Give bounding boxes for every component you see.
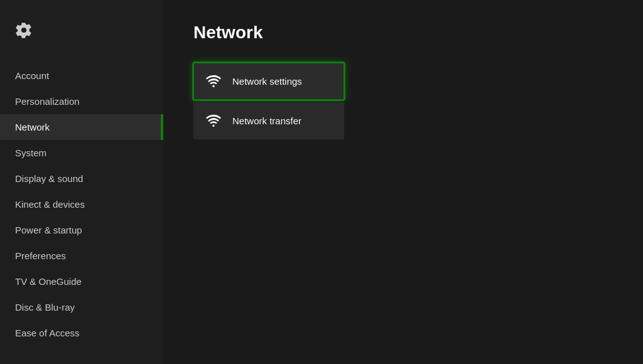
gear-icon[interactable]	[0, 13, 163, 56]
sidebar-item-network[interactable]: Network	[0, 114, 163, 140]
menu-item-label: Network settings	[232, 76, 302, 87]
sidebar-item-disc-bluray[interactable]: Disc & Blu-ray	[0, 294, 163, 320]
sidebar-item-account[interactable]: Account	[0, 63, 163, 88]
network-menu-list: Network settings Network transfer	[193, 63, 344, 139]
sidebar-item-preferences[interactable]: Preferences	[0, 243, 163, 269]
wifi-icon	[205, 111, 222, 131]
page-title: Network	[193, 23, 613, 43]
sidebar-item-tv-oneguide[interactable]: TV & OneGuide	[0, 269, 163, 294]
wifi-icon	[205, 72, 222, 91]
sidebar-item-display-sound[interactable]: Display & sound	[0, 166, 163, 191]
sidebar-item-power-startup[interactable]: Power & startup	[0, 217, 163, 243]
menu-item-network-transfer[interactable]: Network transfer	[193, 102, 344, 139]
main-content: Network Network settings Network transfe…	[163, 0, 643, 364]
sidebar-item-system[interactable]: System	[0, 140, 163, 166]
sidebar: AccountPersonalizationNetworkSystemDispl…	[0, 0, 163, 364]
sidebar-item-personalization[interactable]: Personalization	[0, 88, 163, 114]
sidebar-item-ease-of-access[interactable]: Ease of Access	[0, 320, 163, 346]
sidebar-nav: AccountPersonalizationNetworkSystemDispl…	[0, 63, 163, 346]
menu-item-label: Network transfer	[232, 115, 301, 126]
menu-item-network-settings[interactable]: Network settings	[193, 63, 344, 100]
sidebar-item-kinect-devices[interactable]: Kinect & devices	[0, 191, 163, 217]
